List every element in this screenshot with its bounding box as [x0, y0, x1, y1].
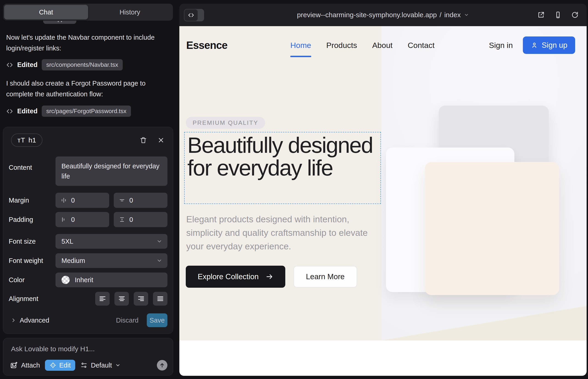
send-button[interactable] — [157, 360, 167, 371]
user-icon — [531, 42, 538, 49]
alignment-label: Alignment — [9, 295, 56, 303]
tag-name: h1 — [29, 136, 36, 144]
preview-window: preview--charming-site-symphony.lovable.… — [179, 4, 587, 376]
edited-label: Edited — [17, 61, 38, 69]
font-size-select[interactable]: 5XL — [56, 234, 167, 249]
color-value: Inherit — [75, 276, 162, 284]
code-icon — [6, 108, 13, 115]
arrow-right-icon — [265, 273, 273, 281]
edited-file-row: Edited src/pages/ForgotPassword.tsx — [6, 106, 131, 117]
transparent-swatch-icon — [62, 276, 70, 284]
path-separator: / — [440, 11, 441, 19]
align-center-button[interactable] — [114, 292, 129, 306]
crosshair-icon — [49, 362, 56, 369]
mode-label: Default — [91, 362, 112, 369]
content-input[interactable]: Beautifully designed for everyday life — [56, 157, 167, 186]
advanced-label: Advanced — [20, 316, 49, 324]
edited-file-row: Edited src/components/Navbar.tsx — [6, 59, 123, 70]
selected-element-tag: ᴛT h1 — [11, 134, 42, 147]
prompt-input[interactable]: Ask Lovable to modify H1... — [11, 345, 95, 353]
chat-history-tabs: Chat History — [3, 4, 173, 21]
decorative-card-cream — [425, 162, 559, 295]
open-in-new-tab-button[interactable] — [537, 11, 545, 19]
preview-page: index — [444, 11, 461, 19]
chevron-down-icon — [156, 258, 162, 264]
site-navbar: Essence Home Products About Contact Sign… — [179, 26, 587, 64]
hero-description: Elegant products designed with intention… — [186, 212, 374, 253]
font-size-value: 5XL — [62, 238, 156, 245]
padding-label: Padding — [9, 216, 56, 223]
color-label: Color — [9, 276, 56, 284]
color-select[interactable]: Inherit — [56, 272, 167, 287]
chevron-down-icon — [464, 12, 469, 17]
content-label: Content — [9, 157, 56, 171]
margin-vertical-icon — [119, 197, 125, 204]
sign-up-button[interactable]: Sign up — [523, 36, 575, 54]
padding-vertical-icon — [119, 216, 125, 223]
align-justify-button[interactable] — [153, 292, 167, 306]
chevron-down-icon — [115, 363, 121, 368]
file-chip[interactable]: src/pages/ForgotPassword.tsx — [42, 106, 131, 117]
code-icon — [6, 62, 13, 68]
edit-mode-button[interactable]: Edit — [45, 360, 75, 371]
mode-select[interactable]: Default — [80, 362, 121, 369]
font-weight-label: Font weight — [9, 257, 56, 265]
mobile-view-button[interactable] — [554, 11, 562, 19]
nav-link-about[interactable]: About — [372, 41, 393, 50]
delete-element-button[interactable] — [139, 135, 148, 145]
nav-link-contact[interactable]: Contact — [408, 41, 434, 50]
explore-collection-button[interactable]: Explore Collection — [186, 266, 285, 288]
builder-panel: Chat History Now let's update the Navbar… — [0, 0, 178, 379]
align-left-button[interactable] — [95, 292, 110, 306]
attach-button[interactable]: Attach — [10, 361, 40, 369]
attach-label: Attach — [21, 362, 40, 369]
chat-message: I should also create a Forgot Password p… — [6, 78, 169, 100]
margin-x-value: 0 — [71, 197, 75, 204]
truncated-chip — [43, 21, 76, 24]
cta-primary-label: Explore Collection — [198, 272, 259, 281]
align-right-button[interactable] — [134, 292, 148, 306]
margin-y-value: 0 — [129, 197, 133, 204]
edited-label: Edited — [17, 107, 38, 115]
file-chip[interactable]: src/components/Navbar.tsx — [42, 59, 123, 70]
site-logo[interactable]: Essence — [186, 26, 228, 64]
close-editor-button[interactable] — [156, 136, 166, 145]
sign-in-link[interactable]: Sign in — [489, 41, 513, 50]
advanced-toggle[interactable]: Advanced — [11, 316, 49, 324]
font-weight-select[interactable]: Medium — [56, 253, 167, 268]
tab-history[interactable]: History — [88, 5, 172, 19]
decorative-wedge — [381, 306, 587, 340]
padding-x-value: 0 — [71, 216, 75, 223]
chat-message: Now let's update the Navbar component to… — [6, 32, 169, 54]
type-icon: ᴛT — [17, 136, 25, 144]
chevron-down-icon — [156, 238, 162, 244]
code-view-toggle[interactable] — [184, 9, 204, 21]
learn-more-button[interactable]: Learn More — [294, 266, 357, 287]
preview-toolbar: preview--charming-site-symphony.lovable.… — [179, 4, 587, 26]
tab-chat[interactable]: Chat — [4, 5, 88, 19]
chevron-right-icon — [11, 317, 16, 323]
discard-button[interactable]: Discard — [116, 316, 139, 324]
nav-link-home[interactable]: Home — [290, 41, 311, 50]
edit-mode-label: Edit — [59, 362, 71, 369]
padding-y-value: 0 — [129, 216, 133, 223]
hero-section: Essence Home Products About Contact Sign… — [179, 26, 587, 340]
sign-up-label: Sign up — [542, 41, 567, 49]
padding-x-input[interactable]: 0 — [56, 212, 109, 227]
margin-y-input[interactable]: 0 — [114, 193, 167, 208]
url-bar[interactable]: preview--charming-site-symphony.lovable.… — [297, 11, 469, 19]
padding-horizontal-icon — [61, 216, 67, 223]
margin-horizontal-icon — [61, 197, 67, 204]
selection-outline: Beautifully designed for everyday life — [184, 132, 381, 204]
site-canvas: Essence Home Products About Contact Sign… — [179, 26, 587, 376]
refresh-button[interactable] — [571, 11, 579, 19]
code-icon — [184, 9, 198, 21]
premium-badge: PREMIUM QUALITY — [186, 117, 265, 129]
margin-x-input[interactable]: 0 — [56, 193, 109, 208]
padding-y-input[interactable]: 0 — [114, 212, 167, 227]
hero-heading[interactable]: Beautifully designed for everyday life — [187, 134, 378, 179]
save-button[interactable]: Save — [147, 313, 167, 327]
prompt-composer: Ask Lovable to modify H1... Attach Edit … — [3, 338, 173, 376]
nav-link-products[interactable]: Products — [326, 41, 357, 50]
font-weight-value: Medium — [62, 257, 156, 265]
